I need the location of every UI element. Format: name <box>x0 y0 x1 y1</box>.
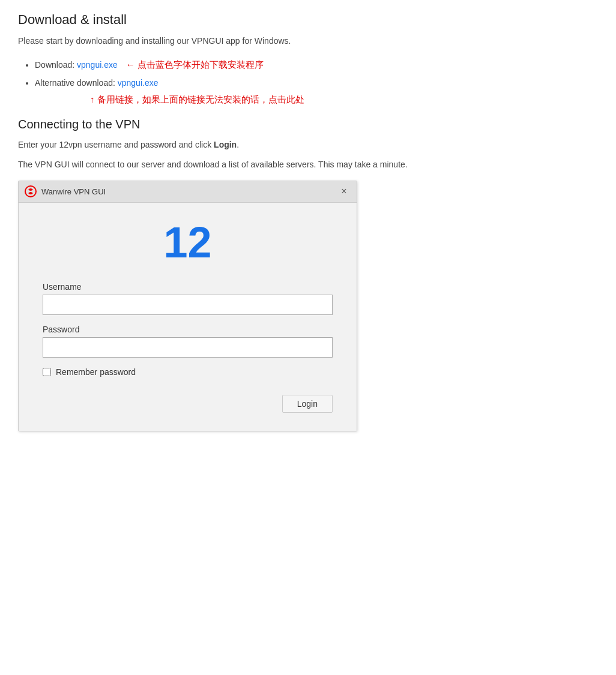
login-btn-row: Login <box>43 395 333 413</box>
body-text-2: The VPN GUI will connect to our server a… <box>18 158 598 171</box>
vpn-window-title: Wanwire VPN GUI <box>41 187 106 196</box>
vpn-app-icon <box>25 185 37 197</box>
remember-row: Remember password <box>43 367 333 377</box>
body-text-1: Enter your 12vpn username and password a… <box>18 139 598 151</box>
vpn-window-titlebar: Wanwire VPN GUI × <box>19 181 357 203</box>
vpn-window-body: 12 Username Password Remember password L… <box>19 203 357 431</box>
username-label: Username <box>43 282 333 292</box>
remember-label: Remember password <box>56 367 136 377</box>
download-item-2: Alternative download: vpngui.exe <box>35 77 598 89</box>
password-input[interactable] <box>43 337 333 358</box>
annotation-2: ↑ 备用链接，如果上面的链接无法安装的话，点击此处 <box>90 94 598 106</box>
remember-checkbox[interactable] <box>43 368 51 376</box>
download-list: Download: vpngui.exe ← 点击蓝色字体开始下载安装程序 Al… <box>18 58 598 89</box>
download-link-2[interactable]: vpngui.exe <box>118 78 159 88</box>
intro-text: Please start by downloading and installi… <box>18 35 598 47</box>
username-input[interactable] <box>43 295 333 315</box>
vpn-close-button[interactable]: × <box>337 185 351 198</box>
annotation-1: ← 点击蓝色字体开始下载安装程序 <box>126 59 264 70</box>
username-group: Username <box>43 282 333 315</box>
vpn-window: Wanwire VPN GUI × 12 Username Password R… <box>18 181 357 431</box>
download-label-2: Alternative download: <box>35 78 118 88</box>
vpn-logo-number: 12 <box>163 221 211 264</box>
password-group: Password <box>43 325 333 358</box>
download-label-1: Download: <box>35 60 77 70</box>
download-item-1: Download: vpngui.exe ← 点击蓝色字体开始下载安装程序 <box>35 58 598 72</box>
page-title: Download & install <box>18 12 598 28</box>
section2-title: Connecting to the VPN <box>18 118 598 131</box>
download-link-1[interactable]: vpngui.exe <box>77 60 118 70</box>
vpn-form: Username Password Remember password Logi… <box>43 282 333 413</box>
svg-point-0 <box>25 186 36 197</box>
login-button[interactable]: Login <box>282 395 333 413</box>
password-label: Password <box>43 325 333 334</box>
titlebar-left: Wanwire VPN GUI <box>25 185 106 197</box>
